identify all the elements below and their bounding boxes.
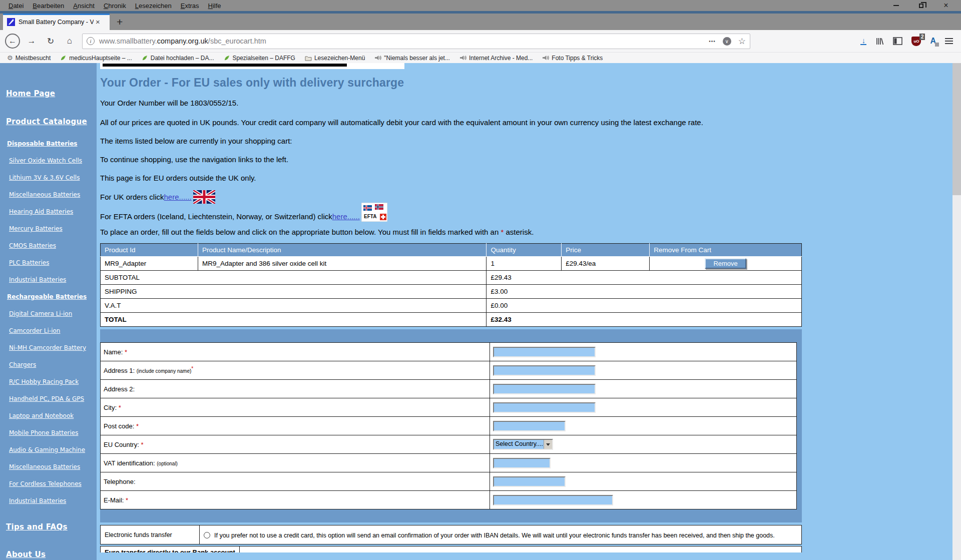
sidebar-item-handheld-pc-pda-gps[interactable]: Handheld PC, PDA & GPS [9,395,97,402]
new-tab-button[interactable]: + [117,16,123,29]
menu-chronik[interactable]: Chronik [99,2,131,10]
adblock-shield-icon[interactable]: uO 2 [911,37,921,46]
bookmark-medicus[interactable]: medicusHauptseite – ... [60,55,132,62]
adblock-badge: 2 [919,34,925,40]
page-content: Home Page Product Catalogue Disposable B… [0,63,961,560]
page-actions-icon[interactable]: ••• [709,39,716,44]
address1-required-asterisk: * [191,366,193,371]
scrollbar-thumb[interactable] [952,63,961,195]
vat-id-field[interactable] [493,458,551,468]
banner-black-bar [103,64,347,67]
form-row-address1: Address 1: (include company name)* [101,361,797,380]
bookmark-datei-hochladen[interactable]: Datei hochladen – DA... [142,55,214,62]
menu-extras[interactable]: Extras [176,2,204,10]
bookmark-star-icon[interactable]: ☆ [738,36,746,47]
url-bar-actions: ••• ∨ ☆ [709,36,746,47]
restore-icon [919,4,923,8]
scrolled-banner-remnant [100,63,404,69]
hamburger-menu-icon[interactable] [945,38,953,44]
eft-radio-button[interactable] [204,532,210,538]
menu-lesezeichen[interactable]: Lesezeichen [131,2,176,10]
uk-orders-link[interactable]: here...... [164,193,192,201]
telephone-field[interactable] [493,476,566,487]
sidebar-item-tips-and-faqs[interactable]: Tips and FAQs [6,522,97,531]
restore-button[interactable] [917,2,925,10]
sidebar-item-mobile-phone-batteries[interactable]: Mobile Phone Batteries [9,429,97,436]
vat-id-label: VAT identification: [104,459,155,467]
bookmark-label: Lesezeichen-Menü [314,55,365,62]
eu-country-select[interactable]: Select Country.... [493,439,553,450]
sidebar-item-for-cordless-telephones[interactable]: For Cordless Telephones [9,480,97,487]
sidebar-item-lithium-cells[interactable]: Lithium 3V & 3.6V Cells [9,174,97,181]
sidebar-item-nimh-camcorder-battery[interactable]: Ni-MH Camcorder Battery [9,344,97,351]
address1-label: Address 1: [104,367,135,375]
menu-hilfe[interactable]: Hilfe [204,2,226,10]
menu-bearbeiten[interactable]: Bearbeiten [28,2,69,10]
url-bar[interactable]: i www.smallbattery.company.org.uk/sbc_eu… [82,34,750,49]
sidebar-item-silver-oxide-watch-cells[interactable]: Silver Oxide Watch Cells [9,157,97,164]
pocket-icon[interactable]: ∨ [723,37,731,46]
shipping-value: £3.00 [487,285,802,299]
remove-from-cart-button[interactable]: Remove [705,258,746,269]
address2-field[interactable] [493,384,596,394]
menu-ansicht[interactable]: Ansicht [69,2,99,10]
navigation-toolbar: ← → ↻ ⌂ i www.smallbattery.company.org.u… [0,30,961,52]
home-button[interactable]: ⌂ [62,34,77,49]
close-button[interactable]: × [942,2,950,10]
back-button[interactable]: ← [5,34,20,49]
tab-close-icon[interactable]: × [96,18,100,26]
email-required-asterisk: * [126,496,128,504]
sidebar-item-home-page[interactable]: Home Page [6,89,97,98]
sidebar-item-about-us[interactable]: About Us [6,550,97,559]
sidebar-item-hearing-aid-batteries[interactable]: Hearing Aid Batteries [9,208,97,215]
sidebar-item-industrial-batteries[interactable]: Industrial Batteries [9,276,97,283]
sidebar-item-product-catalogue[interactable]: Product Catalogue [6,117,97,126]
bookmark-meistbesucht[interactable]: ⚙ Meistbesucht [7,55,51,62]
site-info-icon[interactable]: i [87,37,95,45]
sidebar-toggle-icon[interactable] [893,37,902,45]
instruction-before: To place an order, fill out the fields b… [100,228,501,236]
efta-orders-link[interactable]: here...... [332,212,360,221]
name-field[interactable] [493,347,596,357]
sidebar-item-rc-hobby-racing-pack[interactable]: R/C Hobby Racing Pack [9,378,97,385]
sidebar-item-disposable-batteries[interactable]: Disposable Batteries [7,140,97,147]
sidebar-item-camcorder-li-ion[interactable]: Camcorder Li-ion [9,327,97,334]
sidebar-item-audio-gaming-machine[interactable]: Audio & Gaming Machine [9,446,97,453]
eu-country-label: EU Country: [104,441,139,448]
name-label: Name: [104,348,123,356]
sidebar-item-cmos-batteries[interactable]: CMOS Batteries [9,242,97,249]
sidebar-item-laptop-and-notebook[interactable]: Laptop and Notebook [9,412,97,419]
reload-button[interactable]: ↻ [43,34,58,49]
sidebar-item-digital-camera-li-ion[interactable]: Digital Camera Li-ion [9,310,97,317]
address1-field[interactable] [493,365,596,376]
city-required-asterisk: * [119,404,121,411]
menu-datei[interactable]: Datei [4,2,28,10]
efta-flags-image: EFTA [361,203,387,222]
bookmark-foto-tipps[interactable]: Foto Tipps & Tricks [542,55,603,62]
sidebar-item-miscellaneous-batteries-2[interactable]: Miscellaneous Batteries [9,463,97,470]
page-scrollbar[interactable] [952,63,961,560]
forward-button[interactable]: → [24,34,39,49]
url-text[interactable]: www.smallbattery.company.org.uk/sbc_euro… [99,37,266,45]
sidebar-item-chargers[interactable]: Chargers [9,361,97,368]
bookmark-niemals-besser[interactable]: "Niemals besser als jet... [374,55,450,62]
tab-small-battery-company[interactable]: Small Battery Company - View × [3,14,110,30]
translate-icon[interactable]: A [930,37,936,46]
sidebar-item-industrial-batteries-2[interactable]: Industrial Batteries [9,497,97,504]
order-number-prefix: Your Order Number will be [100,99,190,107]
sidebar-item-rechargeable-batteries[interactable]: Rechargeable Batteries [7,293,97,300]
feed-icon [459,55,466,61]
sidebar-item-mercury-batteries[interactable]: Mercury Batteries [9,225,97,232]
postcode-field[interactable] [493,421,566,431]
city-field[interactable] [493,402,596,413]
bookmark-spezialseiten[interactable]: Spezialseiten – DAFFG [224,55,295,62]
sidebar-item-miscellaneous-batteries[interactable]: Miscellaneous Batteries [9,191,97,198]
select-dropdown-arrow-icon[interactable] [544,440,552,449]
email-field[interactable] [493,495,613,505]
bookmark-internet-archive[interactable]: Internet Archive - Med... [459,55,533,62]
bookmark-lesezeichen-menu[interactable]: Lesezeichen-Menü [305,55,365,62]
sidebar-item-plc-batteries[interactable]: PLC Batteries [9,259,97,266]
downloads-button[interactable]: ↓ [860,37,866,46]
library-icon[interactable] [875,37,884,46]
minimize-button[interactable] [892,2,900,10]
